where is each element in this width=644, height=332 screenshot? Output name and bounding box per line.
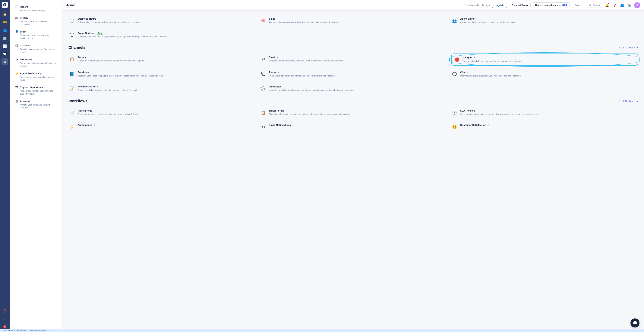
workflows-title: Workflows [68,99,88,103]
feature-email-notifications[interactable]: ✉ Email Notifications [260,121,446,133]
status-bar: https://armscript.freshdesk.com/a/admin/… [0,328,644,332]
notifications-icon[interactable]: 🔔 [604,2,610,8]
workflows-divider [68,96,638,96]
nav-phone-icon[interactable]: 📞 [2,315,8,322]
facebook-icon: 📘 [68,71,75,78]
whatsapp-icon: 💬 [260,85,266,92]
phone-icon: 📞 [260,71,266,78]
sidebar-item-account[interactable]: 🏦 Account Manage your billing and accoun… [11,98,61,111]
channels-features-grid: 📋 Portals Customize the branding, visibi… [68,54,638,94]
feature-email[interactable]: ✉ Email ▾ Integrate support mailboxes, c… [260,54,446,66]
feature-sla-policies[interactable]: 🕐 SLA Policies Set up targets for agents… [451,107,638,118]
upgrade-button[interactable]: Upgrade [492,3,507,8]
channels-title: Channels [68,45,86,50]
feature-whatsapp[interactable]: 💬 WhatsApp Integrate your WhatsApp busin… [260,83,446,94]
sidebar-item-recent[interactable]: 🕒 Recent Recently accessed settings [11,3,61,14]
feature-skills[interactable]: 🧠 Skills Automatically assign certain ki… [260,15,446,26]
sidebar-item-team[interactable]: 👤 Team Define agents' access levels and … [11,28,61,42]
feature-ticket-forms[interactable]: 📋 Ticket Forms Show the right form to yo… [260,107,446,118]
icon-bar: F 🏠 🎫 👥 🏢 📊 💬 ⚙ ❓ 📞 🎯 [0,0,10,332]
svg-text:F: F [4,4,6,6]
recommended-features-label: Recommended features [535,4,562,7]
contacts-topbar-icon[interactable]: 👥 [619,2,625,8]
business-hours-icon: 🕐 [68,17,75,24]
recent-icon: 🕒 [15,5,18,9]
chat-chevron-icon: ▾ [467,71,468,73]
agent-shifts-icon: 👥 [451,17,458,24]
feature-agent-statuses[interactable]: 💬 Agent Statuses New Configure statuses … [68,29,255,41]
team-features-grid: 🕐 Business Hours Define working hours an… [68,15,638,41]
nav-contacts-icon[interactable]: 👥 [2,27,8,34]
marketplace-icon[interactable]: 🏪 [627,2,633,8]
feature-agent-shifts[interactable]: 👥 Agent Shifts Create and effectively ma… [451,15,638,26]
new-badge: New [97,32,104,35]
feature-chat[interactable]: 💬 Chat ▾ Offer instantaneous support on … [451,69,638,80]
nav-home-icon[interactable]: 🏠 [2,11,8,18]
nav-admin-icon[interactable]: ⚙ [2,58,8,65]
skills-icon: 🧠 [260,17,266,24]
channels-section-header: Channels 5 of 8 Configured ▾ [68,45,638,50]
channels-icon: 💬 [15,44,18,47]
feature-customer-satisfaction[interactable]: 😊 Customer Satisfaction ▾ [451,121,638,133]
nav-help-icon[interactable]: ❓ [2,307,8,314]
workflows-chevron-icon: ▾ [637,100,638,102]
notification-dot [608,3,610,5]
feature-phone[interactable]: 📞 Phone ▾ Run a virtual call center and … [260,69,446,80]
new-button[interactable]: New ▾ [572,3,584,8]
automations-chevron-icon: ▾ [94,124,95,126]
page-title: Admin [66,4,76,7]
avatar[interactable]: P [634,2,640,8]
feature-automations[interactable]: ⚡ Automations ▾ [68,121,255,133]
nav-reports-icon[interactable]: 📊 [2,43,8,49]
portals-icon: 📋 [68,56,75,63]
topbar-icons: 🔔 ❓ 👥 🏪 P [604,2,640,8]
nav-companies-icon[interactable]: 🏢 [2,35,8,42]
workflows-features-grid: 📄 Ticket Fields Customize your ticket ty… [68,107,638,133]
search-box[interactable]: 🔍 Search [587,3,602,8]
sidebar-item-agent-productivity[interactable]: ⚡ Agent Productivity Pre-create response… [11,70,61,83]
feature-widgets[interactable]: 🔴 Widgets ▾ Embed help articles or a con… [451,54,638,66]
agent-statuses-icon: 💬 [68,32,75,39]
workflows-icon: ⚙ [15,58,18,61]
feature-facebook[interactable]: 📘 Facebook Associate your Facebook page … [68,69,255,80]
sidebar-item-workflows[interactable]: ⚙ Workflows Set up your ticket routing a… [11,56,61,70]
nav-tickets-icon[interactable]: 🎫 [2,19,8,26]
customer-satisfaction-chevron-icon: ▾ [488,124,489,126]
nav-messages-icon[interactable]: 💬 [2,51,8,57]
trial-text: Your trial ends in 14 days [464,4,490,7]
sidebar: 🕒 Recent Recently accessed settings 🤖 Fr… [10,0,62,332]
support-operations-icon: 🗺 [15,86,18,89]
app-logo[interactable]: F [2,2,8,8]
recommended-features-button[interactable]: Recommended features 1/6 [533,3,570,8]
sidebar-item-channels[interactable]: 💬 Channels Bring in customer queries fro… [11,42,61,56]
chevron-down-icon: ▾ [580,4,582,7]
email-chevron-icon: ▾ [277,56,278,58]
feature-portals[interactable]: 📋 Portals Customize the branding, visibi… [68,54,255,66]
help-icon[interactable]: ❓ [612,2,618,8]
chat-icon: 💬 [451,71,458,78]
customer-satisfaction-icon: 😊 [451,124,458,130]
recommended-features-badge: 1/6 [562,4,567,7]
feature-feedback-form[interactable]: 📝 Feedback Form ▾ Embed your ticket form… [68,83,255,94]
email-notifications-icon: ✉ [260,124,266,130]
automations-icon: ⚡ [68,124,75,130]
phone-chevron-icon: ▾ [278,71,279,73]
email-icon: ✉ [260,56,266,63]
chat-bubble[interactable]: 💬 [630,318,640,327]
request-demo-button[interactable]: Request Demo [509,3,530,8]
feature-business-hours[interactable]: 🕐 Business Hours Define working hours an… [68,15,255,26]
main-area: Admin Your trial ends in 14 days Upgrade… [62,0,644,332]
widgets-chevron-icon: ▾ [474,56,475,59]
workflows-config[interactable]: 3 of 8 Configured ▾ [619,100,638,102]
sidebar-item-support-operations[interactable]: 🗺 Support Operations Map out and manage … [11,84,61,97]
topbar: Admin Your trial ends in 14 days Upgrade… [62,0,644,11]
chevron-down-icon: ▾ [637,46,638,49]
channels-config[interactable]: 5 of 8 Configured ▾ [619,46,638,49]
agent-productivity-icon: ⚡ [15,72,18,75]
team-icon: 👤 [15,30,18,33]
feature-ticket-fields[interactable]: 📄 Ticket Fields Customize your ticket ty… [68,107,255,118]
sla-policies-icon: 🕐 [451,109,458,116]
freddy-icon: 🤖 [15,16,18,20]
sidebar-item-freddy[interactable]: 🤖 Freddy Manage your AI tools to boost p… [11,14,61,28]
feedback-chevron-icon: ▾ [97,85,98,88]
